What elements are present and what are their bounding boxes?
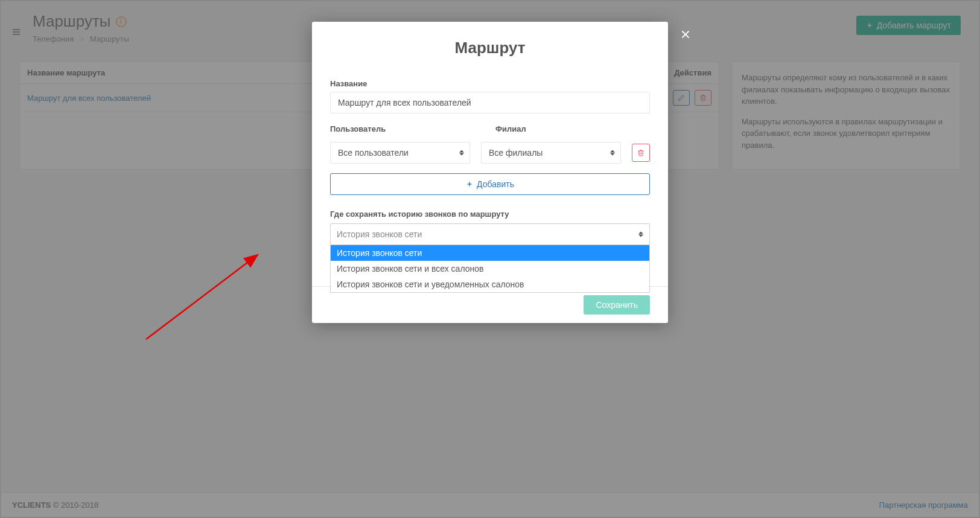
route-name-input[interactable] — [330, 92, 650, 114]
branch-select[interactable]: Все филиалы — [481, 142, 621, 164]
plus-icon — [466, 181, 473, 188]
user-label: Пользователь — [330, 124, 485, 133]
history-section: Где сохранять историю звонков по маршрут… — [330, 209, 650, 245]
history-select[interactable]: История звонков сети — [330, 223, 650, 245]
modal-close-button[interactable] — [676, 25, 695, 43]
branch-label: Филиал — [495, 124, 650, 133]
user-select[interactable]: Все пользователи — [330, 142, 470, 164]
history-option-3[interactable]: История звонков сети и уведомленных сало… — [331, 277, 649, 292]
user-select-value: Все пользователи — [338, 148, 409, 158]
delete-condition-button[interactable] — [632, 144, 650, 162]
history-option-1[interactable]: История звонков сети — [331, 245, 649, 261]
name-label: Название — [330, 79, 650, 88]
branch-select-value: Все филиалы — [489, 148, 542, 158]
save-button[interactable]: Сохранить — [584, 295, 650, 315]
history-label: Где сохранять историю звонков по маршрут… — [330, 209, 650, 219]
select-caret-icon — [638, 232, 643, 237]
modal-title: Маршрут — [312, 22, 668, 71]
modal-body: Название Пользователь Филиал Все пользов… — [312, 79, 668, 255]
history-dropdown: История звонков сети История звонков сет… — [330, 245, 650, 293]
add-condition-button[interactable]: Добавить — [330, 173, 650, 195]
close-icon — [679, 28, 692, 41]
trash-icon — [637, 149, 644, 156]
condition-row: Все пользователи Все филиалы — [330, 142, 650, 164]
route-modal: Маршрут Название Пользователь Филиал Все… — [312, 22, 668, 323]
history-option-2[interactable]: История звонков сети и всех салонов — [331, 261, 649, 277]
select-caret-icon — [459, 150, 464, 156]
add-condition-label: Добавить — [477, 179, 514, 189]
history-select-value: История звонков сети — [337, 229, 422, 239]
select-caret-icon — [610, 150, 615, 156]
